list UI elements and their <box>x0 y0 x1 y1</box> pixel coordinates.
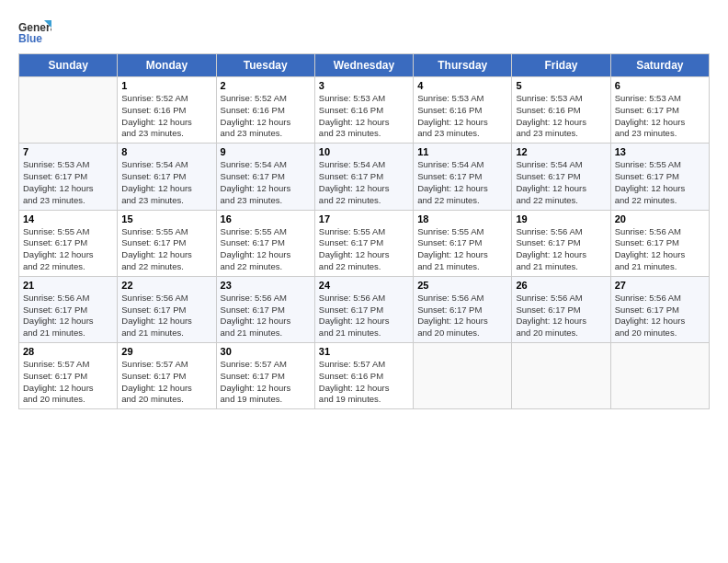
day-number: 25 <box>417 280 507 291</box>
day-info: Sunrise: 5:56 AMSunset: 6:17 PMDaylight:… <box>516 293 606 339</box>
day-number: 3 <box>319 80 409 91</box>
day-number: 4 <box>417 80 507 91</box>
calendar-day-cell: 22Sunrise: 5:56 AMSunset: 6:17 PMDayligh… <box>118 276 216 342</box>
day-number: 22 <box>121 280 211 291</box>
calendar-day-cell: 26Sunrise: 5:56 AMSunset: 6:17 PMDayligh… <box>512 276 610 342</box>
day-number: 8 <box>121 146 211 157</box>
day-number: 1 <box>121 80 211 91</box>
day-info: Sunrise: 5:52 AMSunset: 6:16 PMDaylight:… <box>121 93 211 140</box>
calendar-day-cell: 7Sunrise: 5:53 AMSunset: 6:17 PMDaylight… <box>19 144 118 210</box>
calendar-day-cell: 2Sunrise: 5:52 AMSunset: 6:16 PMDaylight… <box>216 77 314 144</box>
calendar-day-cell: 4Sunrise: 5:53 AMSunset: 6:16 PMDaylight… <box>414 77 512 144</box>
day-info: Sunrise: 5:57 AMSunset: 6:17 PMDaylight:… <box>23 359 113 406</box>
calendar-day-cell: 8Sunrise: 5:54 AMSunset: 6:17 PMDaylight… <box>118 144 216 210</box>
day-info: Sunrise: 5:56 AMSunset: 6:17 PMDaylight:… <box>615 293 705 339</box>
day-info: Sunrise: 5:56 AMSunset: 6:17 PMDaylight:… <box>319 293 409 339</box>
day-info: Sunrise: 5:53 AMSunset: 6:16 PMDaylight:… <box>417 93 507 140</box>
day-number: 18 <box>417 213 507 224</box>
day-info: Sunrise: 5:54 AMSunset: 6:17 PMDaylight:… <box>121 159 211 206</box>
calendar-column-header: Saturday <box>610 54 709 77</box>
day-info: Sunrise: 5:56 AMSunset: 6:17 PMDaylight:… <box>417 293 507 339</box>
day-info: Sunrise: 5:53 AMSunset: 6:16 PMDaylight:… <box>319 93 409 140</box>
calendar-body: 1Sunrise: 5:52 AMSunset: 6:16 PMDaylight… <box>19 77 710 409</box>
day-info: Sunrise: 5:57 AMSunset: 6:16 PMDaylight:… <box>319 359 409 406</box>
day-info: Sunrise: 5:54 AMSunset: 6:17 PMDaylight:… <box>516 159 606 206</box>
day-info: Sunrise: 5:55 AMSunset: 6:17 PMDaylight:… <box>319 226 409 273</box>
logo-icon: General Blue <box>18 18 51 46</box>
calendar-header-row: SundayMondayTuesdayWednesdayThursdayFrid… <box>19 54 710 77</box>
calendar-day-cell: 30Sunrise: 5:57 AMSunset: 6:17 PMDayligh… <box>216 343 314 409</box>
calendar-day-cell: 15Sunrise: 5:55 AMSunset: 6:17 PMDayligh… <box>118 210 216 276</box>
day-info: Sunrise: 5:55 AMSunset: 6:17 PMDaylight:… <box>221 226 311 273</box>
calendar-day-cell: 25Sunrise: 5:56 AMSunset: 6:17 PMDayligh… <box>414 276 512 342</box>
calendar-day-cell: 11Sunrise: 5:54 AMSunset: 6:17 PMDayligh… <box>414 144 512 210</box>
logo: General Blue <box>18 18 51 46</box>
day-number: 21 <box>23 280 113 291</box>
day-number: 23 <box>221 280 311 291</box>
day-info: Sunrise: 5:53 AMSunset: 6:17 PMDaylight:… <box>615 93 705 140</box>
calendar-day-cell: 23Sunrise: 5:56 AMSunset: 6:17 PMDayligh… <box>216 276 314 342</box>
day-info: Sunrise: 5:57 AMSunset: 6:17 PMDaylight:… <box>221 359 311 406</box>
calendar-table: SundayMondayTuesdayWednesdayThursdayFrid… <box>18 53 710 409</box>
calendar-day-cell: 28Sunrise: 5:57 AMSunset: 6:17 PMDayligh… <box>19 343 118 409</box>
calendar-column-header: Thursday <box>414 54 512 77</box>
day-number: 16 <box>221 213 311 224</box>
day-info: Sunrise: 5:56 AMSunset: 6:17 PMDaylight:… <box>615 226 705 273</box>
day-info: Sunrise: 5:57 AMSunset: 6:17 PMDaylight:… <box>121 359 211 406</box>
calendar-day-cell: 6Sunrise: 5:53 AMSunset: 6:17 PMDaylight… <box>610 77 709 144</box>
day-number: 2 <box>221 80 311 91</box>
svg-text:Blue: Blue <box>18 32 42 45</box>
day-info: Sunrise: 5:53 AMSunset: 6:17 PMDaylight:… <box>23 159 113 206</box>
day-info: Sunrise: 5:54 AMSunset: 6:17 PMDaylight:… <box>319 159 409 206</box>
calendar-day-cell <box>512 343 610 409</box>
day-number: 27 <box>615 280 705 291</box>
day-info: Sunrise: 5:54 AMSunset: 6:17 PMDaylight:… <box>417 159 507 206</box>
page-header: General Blue <box>18 18 710 46</box>
day-info: Sunrise: 5:56 AMSunset: 6:17 PMDaylight:… <box>23 293 113 339</box>
day-number: 12 <box>516 146 606 157</box>
day-number: 6 <box>615 80 705 91</box>
calendar-day-cell: 16Sunrise: 5:55 AMSunset: 6:17 PMDayligh… <box>216 210 314 276</box>
calendar-column-header: Tuesday <box>216 54 314 77</box>
day-number: 10 <box>319 146 409 157</box>
day-number: 7 <box>23 146 113 157</box>
day-number: 31 <box>319 346 409 357</box>
day-number: 19 <box>516 213 606 224</box>
calendar-day-cell: 10Sunrise: 5:54 AMSunset: 6:17 PMDayligh… <box>314 144 413 210</box>
calendar-day-cell: 12Sunrise: 5:54 AMSunset: 6:17 PMDayligh… <box>512 144 610 210</box>
calendar-day-cell: 29Sunrise: 5:57 AMSunset: 6:17 PMDayligh… <box>118 343 216 409</box>
day-number: 24 <box>319 280 409 291</box>
calendar-week-row: 21Sunrise: 5:56 AMSunset: 6:17 PMDayligh… <box>19 276 710 342</box>
calendar-week-row: 1Sunrise: 5:52 AMSunset: 6:16 PMDaylight… <box>19 77 710 144</box>
day-number: 14 <box>23 213 113 224</box>
day-number: 11 <box>417 146 507 157</box>
calendar-day-cell: 31Sunrise: 5:57 AMSunset: 6:16 PMDayligh… <box>314 343 413 409</box>
calendar-day-cell: 21Sunrise: 5:56 AMSunset: 6:17 PMDayligh… <box>19 276 118 342</box>
calendar-day-cell: 9Sunrise: 5:54 AMSunset: 6:17 PMDaylight… <box>216 144 314 210</box>
calendar-week-row: 14Sunrise: 5:55 AMSunset: 6:17 PMDayligh… <box>19 210 710 276</box>
calendar-day-cell: 17Sunrise: 5:55 AMSunset: 6:17 PMDayligh… <box>314 210 413 276</box>
day-number: 17 <box>319 213 409 224</box>
calendar-column-header: Monday <box>118 54 216 77</box>
day-info: Sunrise: 5:56 AMSunset: 6:17 PMDaylight:… <box>221 293 311 339</box>
calendar-day-cell: 13Sunrise: 5:55 AMSunset: 6:17 PMDayligh… <box>610 144 709 210</box>
calendar-week-row: 7Sunrise: 5:53 AMSunset: 6:17 PMDaylight… <box>19 144 710 210</box>
day-info: Sunrise: 5:55 AMSunset: 6:17 PMDaylight:… <box>23 226 113 273</box>
calendar-day-cell: 14Sunrise: 5:55 AMSunset: 6:17 PMDayligh… <box>19 210 118 276</box>
calendar-day-cell: 5Sunrise: 5:53 AMSunset: 6:16 PMDaylight… <box>512 77 610 144</box>
day-number: 28 <box>23 346 113 357</box>
calendar-day-cell: 27Sunrise: 5:56 AMSunset: 6:17 PMDayligh… <box>610 276 709 342</box>
day-info: Sunrise: 5:55 AMSunset: 6:17 PMDaylight:… <box>615 159 705 206</box>
calendar-day-cell: 19Sunrise: 5:56 AMSunset: 6:17 PMDayligh… <box>512 210 610 276</box>
calendar-day-cell: 1Sunrise: 5:52 AMSunset: 6:16 PMDaylight… <box>118 77 216 144</box>
day-info: Sunrise: 5:56 AMSunset: 6:17 PMDaylight:… <box>516 226 606 273</box>
day-info: Sunrise: 5:55 AMSunset: 6:17 PMDaylight:… <box>121 226 211 273</box>
day-number: 15 <box>121 213 211 224</box>
calendar-day-cell <box>19 77 118 144</box>
day-number: 26 <box>516 280 606 291</box>
day-number: 9 <box>221 146 311 157</box>
day-number: 13 <box>615 146 705 157</box>
day-info: Sunrise: 5:52 AMSunset: 6:16 PMDaylight:… <box>221 93 311 140</box>
day-number: 20 <box>615 213 705 224</box>
day-info: Sunrise: 5:56 AMSunset: 6:17 PMDaylight:… <box>121 293 211 339</box>
